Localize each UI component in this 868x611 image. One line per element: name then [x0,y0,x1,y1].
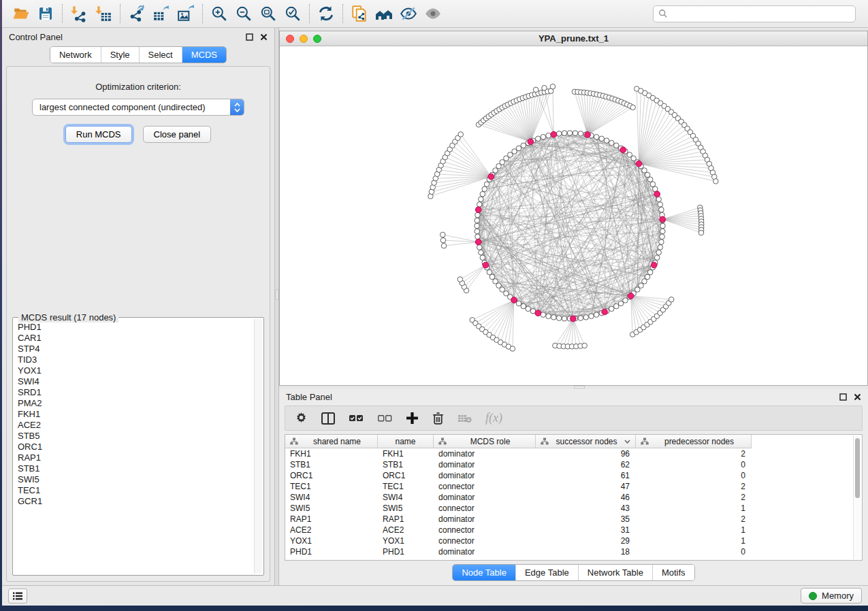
toolbar-separator [309,4,310,23]
table-scrollbar-thumb[interactable] [855,438,860,498]
column-header-name[interactable]: name [378,435,434,448]
splitter-handle[interactable] [276,289,278,300]
vertical-splitter[interactable] [274,28,279,585]
tab-node-table[interactable]: Node Table [453,565,515,580]
hide-selected-button[interactable] [396,3,421,24]
column-settings-button[interactable] [295,412,308,425]
table-row[interactable]: PHD1PHD1dominator180 [285,546,862,557]
show-all-networks-button[interactable] [372,3,396,24]
table-cell: RAP1 [285,514,378,524]
mcds-result-item[interactable]: FKH1 [14,409,253,420]
network-canvas[interactable] [280,46,867,385]
hierarchy-icon [438,437,447,445]
table-cell: STB1 [378,460,434,469]
export-network-icon [128,5,146,22]
deselect-all-rows-button[interactable] [377,414,392,423]
control-panel: Control Panel Network Style Select MCDS … [2,28,274,585]
zoom-selected-button[interactable] [280,3,305,24]
table-row[interactable]: ORC1ORC1dominator610 [285,470,862,481]
mcds-result-item[interactable]: SWI5 [14,474,253,485]
close-panel-icon[interactable] [854,393,861,401]
table-row[interactable]: ACE2ACE2connector311 [285,525,862,535]
table-row[interactable]: TEC1TEC1connector472 [285,481,862,492]
window-close-icon[interactable] [286,35,294,43]
export-table-button[interactable] [149,3,174,24]
hierarchy-icon [541,437,549,445]
mcds-result-item[interactable]: STB5 [14,431,253,442]
tab-motifs[interactable]: Motifs [652,565,694,580]
export-network-button[interactable] [125,3,149,24]
table-row[interactable]: RAP1RAP1dominator352 [285,514,862,525]
close-panel-button[interactable]: Close panel [143,126,212,143]
table-row[interactable]: SWI4SWI4dominator462 [285,492,862,503]
search-input[interactable] [671,9,850,18]
show-hidden-button[interactable] [421,3,445,24]
float-window-icon[interactable] [246,33,253,41]
save-session-button[interactable] [33,3,58,24]
column-header-shared-name[interactable]: shared name [285,435,378,448]
mcds-result-item[interactable]: CAR1 [14,333,253,344]
mcds-result-item[interactable]: PMA2 [14,398,253,409]
mcds-result-item[interactable]: GCR1 [14,496,253,507]
homes-icon [374,5,393,22]
column-header-predecessor-nodes[interactable]: predecessor nodes [636,435,752,448]
float-window-icon[interactable] [839,393,847,401]
task-history-button[interactable] [8,589,27,604]
table-cell: 61 [536,471,636,480]
mcds-result-item[interactable]: SWI4 [14,376,253,387]
table-cell: 43 [536,503,636,513]
add-column-button[interactable] [406,412,419,425]
window-minimize-icon[interactable] [300,35,308,43]
mcds-result-item[interactable]: SRD1 [14,387,253,398]
select-all-rows-button[interactable] [349,414,364,423]
import-network-button[interactable] [67,3,91,24]
tab-network-table[interactable]: Network Table [578,565,652,580]
delete-table-button[interactable] [457,414,472,423]
tab-style[interactable]: Style [101,47,139,63]
mcds-result-item[interactable]: PHD1 [14,322,253,333]
window-zoom-icon[interactable] [313,35,321,43]
open-file-button[interactable] [9,3,33,24]
tab-select[interactable]: Select [139,47,182,63]
clone-network-icon [351,5,368,22]
mcds-result-item[interactable]: ACE2 [14,420,253,431]
import-table-button[interactable] [91,3,116,24]
table-row[interactable]: SWI5SWI5connector431 [285,503,862,514]
table-row[interactable]: YOX1YOX1connector291 [285,535,862,546]
mcds-result-item[interactable]: TEC1 [14,485,253,496]
mcds-result-item[interactable]: STB1 [14,463,253,474]
zoom-fit-button[interactable] [256,3,280,24]
table-cell: SWI5 [285,503,378,513]
table-cell: FKH1 [378,449,434,459]
zoom-out-button[interactable] [231,3,256,24]
tab-network[interactable]: Network [50,47,101,63]
search-field[interactable] [653,5,856,22]
table-row[interactable]: STB1STB1dominator620 [285,459,862,470]
tab-mcds[interactable]: MCDS [182,47,226,63]
network-canvas-svg[interactable] [280,46,867,385]
tab-edge-table[interactable]: Edge Table [515,565,578,580]
mcds-result-item[interactable]: RAP1 [14,452,253,463]
memory-button[interactable]: Memory [801,588,862,604]
split-view-button[interactable] [321,412,335,425]
column-header-successor-nodes[interactable]: successor nodes [536,435,636,448]
column-header-mcds-role[interactable]: MCDS role [434,435,536,448]
table-row[interactable]: FKH1FKH1dominator962 [285,448,862,459]
close-panel-icon[interactable] [260,33,268,41]
optimization-criterion-select[interactable]: largest connected component (undirected) [32,99,244,116]
run-mcds-button[interactable]: Run MCDS [65,126,132,143]
zoom-in-button[interactable] [207,3,231,24]
mcds-result-item[interactable]: YOX1 [14,365,253,376]
export-image-button[interactable] [174,3,198,24]
splitter-handle[interactable] [574,386,585,389]
delete-column-button[interactable] [432,412,444,425]
refresh-view-button[interactable] [314,3,338,24]
mcds-result-item[interactable]: STP4 [14,344,253,354]
mcds-result-item[interactable]: TID3 [14,354,253,365]
mcds-result-item[interactable]: ORC1 [14,442,253,452]
table-cell: RAP1 [378,514,434,524]
clone-network-button[interactable] [347,3,372,24]
function-builder-button[interactable]: f(x) [485,411,502,425]
table-cell: 96 [536,449,636,459]
mcds-result-scrollbar[interactable] [254,319,262,574]
